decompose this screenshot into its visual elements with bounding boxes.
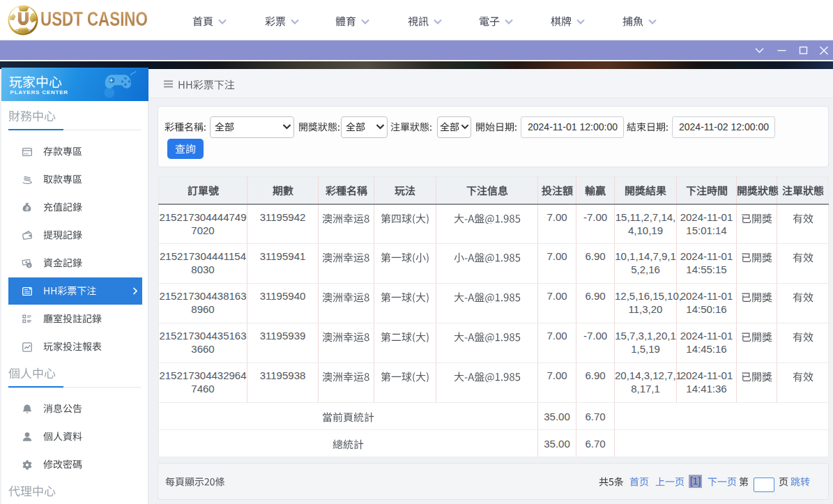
svg-text:CASINO: CASINO xyxy=(15,29,31,33)
